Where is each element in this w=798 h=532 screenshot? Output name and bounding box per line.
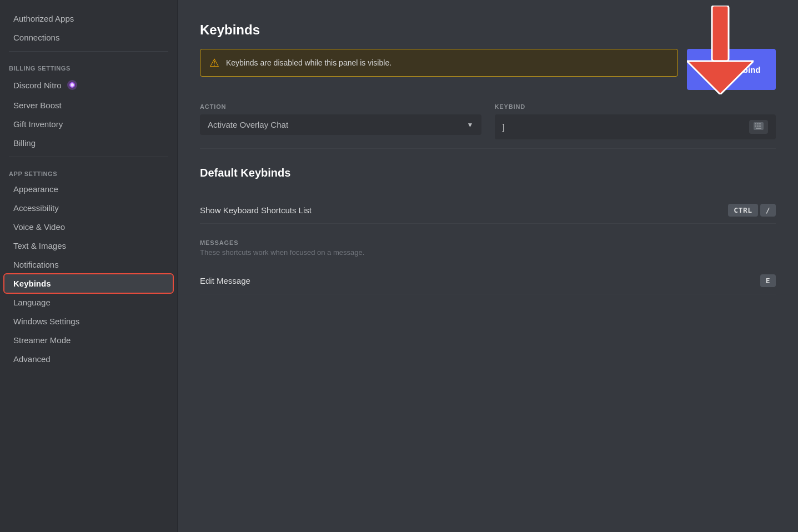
sidebar-item-label: Appearance — [13, 184, 58, 194]
svg-rect-3 — [712, 6, 729, 61]
keybind-value: ] — [503, 122, 750, 132]
key-badge-ctrl: CTRL — [728, 204, 757, 217]
sidebar-item-appearance[interactable]: Appearance — [4, 180, 173, 198]
sidebar-item-billing[interactable]: Billing — [4, 134, 173, 152]
sidebar-item-voice-video[interactable]: Voice & Video — [4, 218, 173, 236]
action-label: ACTION — [200, 103, 481, 110]
sidebar-item-label: Streamer Mode — [13, 335, 71, 345]
messages-section-desc: These shortcuts work when focused on a m… — [200, 248, 776, 257]
sidebar-item-label: Gift Inventory — [13, 119, 63, 129]
messages-section-label: MESSAGES — [200, 239, 776, 246]
sidebar-item-authorized-apps[interactable]: Authorized Apps — [4, 9, 173, 28]
shortcut-label-edit: Edit Message — [200, 276, 250, 285]
sidebar-item-discord-nitro[interactable]: Discord Nitro — [4, 74, 173, 96]
svg-point-2 — [71, 83, 74, 87]
shortcut-label: Show Keyboard Shortcuts List — [200, 205, 312, 215]
sidebar-item-label: Server Boost — [13, 101, 62, 110]
svg-rect-10 — [759, 123, 761, 124]
warning-icon: ⚠ — [209, 56, 219, 69]
svg-rect-8 — [755, 123, 756, 124]
sidebar-item-gift-inventory[interactable]: Gift Inventory — [4, 115, 173, 133]
sidebar-item-accessibility[interactable]: Accessibility — [4, 199, 173, 217]
chevron-down-icon: ▼ — [467, 121, 474, 129]
sidebar: Authorized Apps Connections BILLING SETT… — [0, 0, 178, 532]
sidebar-item-text-images[interactable]: Text & Images — [4, 237, 173, 255]
sidebar-item-label: Notifications — [13, 260, 59, 269]
billing-section-label: BILLING SETTINGS — [0, 56, 177, 74]
keyboard-icon-button[interactable] — [749, 120, 768, 134]
sidebar-item-server-boost[interactable]: Server Boost — [4, 96, 173, 114]
sidebar-item-streamer-mode[interactable]: Streamer Mode — [4, 331, 173, 349]
keybind-input-row: ] — [495, 114, 776, 139]
sidebar-divider-2 — [9, 157, 168, 157]
warning-banner: ⚠ Keybinds are disabled while this panel… — [200, 49, 678, 77]
sidebar-divider — [9, 51, 168, 52]
svg-rect-13 — [759, 126, 761, 127]
key-badge-e: E — [760, 274, 776, 287]
sidebar-item-label: Accessibility — [13, 203, 59, 213]
section-divider — [200, 148, 776, 149]
key-badge-slash: / — [760, 204, 776, 217]
annotation-arrow — [687, 6, 754, 96]
shortcut-row-keyboard-list: Show Keyboard Shortcuts List CTRL / — [200, 197, 776, 224]
sidebar-item-label: Keybinds — [13, 279, 51, 288]
svg-marker-4 — [687, 61, 754, 94]
default-keybinds-title: Default Keybinds — [200, 167, 776, 179]
nitro-icon — [66, 79, 78, 91]
sidebar-item-label: Voice & Video — [13, 222, 65, 232]
action-value: Activate Overlay Chat — [208, 120, 288, 129]
sidebar-item-label: Advanced — [13, 354, 51, 364]
sidebar-item-label: Text & Images — [13, 241, 66, 250]
svg-rect-11 — [755, 126, 756, 127]
keybind-label: KEYBIND — [495, 103, 776, 110]
svg-rect-14 — [756, 128, 761, 129]
messages-section: MESSAGES These shortcuts work when focus… — [200, 239, 776, 294]
shortcut-keys-edit: E — [760, 274, 776, 287]
sidebar-item-label: Connections — [13, 33, 59, 42]
app-section-label: APP SETTINGS — [0, 162, 177, 179]
sidebar-item-label: Language — [13, 298, 51, 307]
svg-rect-12 — [757, 126, 759, 127]
action-dropdown[interactable]: Activate Overlay Chat ▼ — [200, 114, 481, 135]
shortcut-keys: CTRL / — [728, 204, 776, 217]
sidebar-item-label: Authorized Apps — [13, 14, 74, 23]
sidebar-item-notifications[interactable]: Notifications — [4, 255, 173, 274]
svg-rect-9 — [757, 123, 759, 124]
sidebar-item-keybinds[interactable]: Keybinds — [4, 274, 173, 293]
keybind-editor-row: ACTION Activate Overlay Chat ▼ KEYBIND ] — [200, 103, 776, 139]
shortcut-row-edit-message: Edit Message E — [200, 268, 776, 294]
sidebar-item-connections[interactable]: Connections — [4, 28, 173, 47]
keybind-col: KEYBIND ] — [495, 103, 776, 139]
sidebar-item-language[interactable]: Language — [4, 293, 173, 312]
action-col: ACTION Activate Overlay Chat ▼ — [200, 103, 481, 139]
sidebar-item-label: Billing — [13, 138, 36, 148]
sidebar-item-label: Discord Nitro — [13, 81, 62, 90]
sidebar-item-windows-settings[interactable]: Windows Settings — [4, 312, 173, 330]
main-content: Keybinds ⚠ Keybinds are disabled while t… — [178, 0, 798, 532]
warning-text: Keybinds are disabled while this panel i… — [226, 58, 392, 67]
sidebar-item-label: Windows Settings — [13, 317, 79, 326]
sidebar-item-advanced[interactable]: Advanced — [4, 350, 173, 368]
